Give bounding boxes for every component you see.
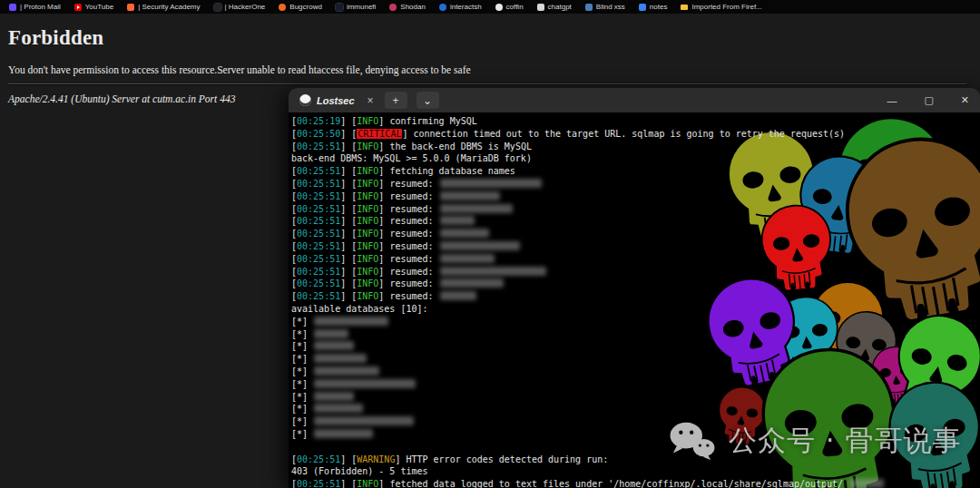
- wechat-icon: [668, 421, 717, 461]
- log-level-badge: INFO: [357, 116, 378, 126]
- redacted-blur: [440, 191, 500, 200]
- redacted-blur: [314, 341, 354, 350]
- bookmark-label: chatgpt: [548, 3, 572, 11]
- terminal-log-line: [*]: [291, 353, 884, 366]
- bookmarks-bar: | Proton MailYouTube| Security Academy| …: [0, 0, 980, 14]
- immunefi-icon: [336, 4, 343, 11]
- log-level-badge: INFO: [357, 166, 378, 176]
- redacted-blur: [440, 216, 475, 225]
- minimize-button[interactable]: —: [887, 95, 897, 106]
- terminal-log-line: available databases [10]:: [291, 303, 884, 316]
- terminal-log-line: [00:25:51] [INFO] fetched data logged to…: [291, 478, 884, 488]
- bookmark-label: immunefi: [347, 3, 376, 11]
- terminal-log-line: [00:25:51] [INFO] resumed:: [291, 215, 884, 228]
- terminal-log-line: 403 (Forbidden) - 5 times: [291, 465, 884, 478]
- terminal-log-line: [00:25:51] [INFO] resumed:: [291, 203, 884, 216]
- redacted-blur: [849, 479, 884, 488]
- log-level-badge: INFO: [357, 204, 378, 214]
- hackerone-icon: [214, 4, 221, 11]
- terminal-tab-icon: [299, 94, 311, 106]
- maximize-button[interactable]: ▢: [924, 94, 933, 106]
- bookmark-coffin[interactable]: coffin: [495, 3, 524, 11]
- bookmark-label: notes: [650, 3, 668, 11]
- log-level-badge: INFO: [357, 216, 378, 226]
- bookmark-label: YouTube: [85, 3, 113, 11]
- security-academy-icon: [127, 4, 134, 11]
- page-title: Forbidden: [8, 26, 972, 50]
- terminal-log-line: [*]: [291, 328, 884, 341]
- shodan-icon: [389, 4, 397, 11]
- bookmark-interactsh[interactable]: interactsh: [439, 3, 482, 11]
- bookmark-shodan[interactable]: Shodan: [389, 3, 426, 11]
- bookmark-hackerone[interactable]: | HackerOne: [214, 3, 266, 11]
- blind-xss-icon: [585, 4, 593, 11]
- redacted-blur: [314, 429, 373, 438]
- tab-close-icon[interactable]: ×: [368, 94, 374, 107]
- bookmark-label: Blind xss: [596, 3, 625, 11]
- terminal-log-line: back-end DBMS: MySQL >= 5.0.0 (MariaDB f…: [291, 152, 884, 165]
- log-level-badge: INFO: [357, 479, 378, 488]
- log-level-badge: INFO: [357, 191, 378, 201]
- error-message: You don't have permission to access this…: [8, 64, 972, 75]
- terminal-log-line: [*]: [291, 403, 884, 415]
- bookmark-proton-mail[interactable]: | Proton Mail: [9, 3, 61, 11]
- log-level-badge: INFO: [357, 278, 378, 288]
- divider: [8, 83, 966, 85]
- notes-icon: [639, 4, 646, 11]
- bookmark-chatgpt[interactable]: chatgpt: [537, 3, 572, 11]
- chatgpt-icon: [537, 4, 544, 11]
- log-level-badge: INFO: [357, 254, 378, 264]
- terminal-log-line: [*]: [291, 378, 884, 391]
- redacted-blur: [440, 254, 495, 263]
- bookmark-imported-from-firefox[interactable]: Imported From Firef...: [681, 3, 761, 11]
- terminal-log-line: [00:25:51] [INFO] resumed:: [291, 178, 884, 190]
- bookmark-blind-xss[interactable]: Blind xss: [585, 3, 625, 11]
- log-level-badge: INFO: [357, 142, 378, 151]
- watermark-text: 公众号 · 骨哥说事: [729, 422, 962, 460]
- proton-mail-icon: [9, 4, 16, 11]
- redacted-blur: [314, 366, 379, 376]
- redacted-blur: [314, 416, 414, 425]
- terminal-tab-title: Lostsec: [317, 95, 355, 106]
- interactsh-icon: [439, 4, 446, 11]
- redacted-blur: [440, 267, 546, 276]
- bookmark-label: Bugcrowd: [289, 3, 322, 11]
- terminal-log-line: [00:25:51] [INFO] resumed:: [291, 228, 884, 240]
- redacted-blur: [440, 229, 489, 238]
- terminal-log-line: [*]: [291, 340, 884, 353]
- terminal-log-line: [00:25:51] [INFO] resumed:: [291, 290, 884, 303]
- redacted-blur: [314, 354, 367, 363]
- screen: { "bookmarks": { "items": [ {"name":"pro…: [0, 0, 980, 488]
- bookmark-label: Shodan: [400, 3, 426, 11]
- bookmark-bugcrowd[interactable]: Bugcrowd: [279, 3, 322, 11]
- new-tab-button[interactable]: +: [385, 92, 407, 109]
- terminal-log-line: [00:25:51] [INFO] resumed:: [291, 240, 884, 253]
- log-level-badge: INFO: [357, 179, 378, 189]
- terminal-log-line: [*]: [291, 391, 884, 404]
- close-button[interactable]: ✕: [961, 94, 969, 106]
- bookmark-label: Imported From Firef...: [691, 3, 761, 11]
- folder-icon: [681, 5, 688, 10]
- redacted-blur: [440, 179, 542, 188]
- bookmark-label: coffin: [506, 3, 524, 11]
- tab-dropdown-button[interactable]: ⌄: [416, 92, 439, 109]
- terminal-log-line: [*]: [291, 366, 884, 378]
- log-level-badge: INFO: [357, 229, 378, 239]
- bookmark-label: | HackerOne: [225, 3, 266, 11]
- terminal-log-line: [*]: [291, 316, 884, 328]
- bookmark-youtube[interactable]: YouTube: [74, 3, 113, 11]
- youtube-icon: [74, 4, 82, 11]
- bookmark-label: | Security Academy: [138, 3, 200, 11]
- bugcrowd-icon: [279, 4, 286, 11]
- redacted-blur: [314, 379, 416, 388]
- bookmark-notes[interactable]: notes: [639, 3, 668, 11]
- terminal-log-line: [00:25:51] [INFO] resumed:: [291, 266, 884, 278]
- terminal-log-line: [00:25:50] [CRITICAL] connection timed o…: [291, 128, 884, 141]
- terminal-tab[interactable]: Lostsec ×: [298, 94, 376, 107]
- bookmark-security-academy[interactable]: | Security Academy: [127, 3, 200, 11]
- redacted-blur: [314, 317, 388, 326]
- terminal-log-line: [00:25:51] [INFO] resumed:: [291, 253, 884, 266]
- terminal-log-line: [00:25:51] [INFO] resumed:: [291, 190, 884, 203]
- bookmark-immunefi[interactable]: immunefi: [336, 3, 376, 11]
- redacted-blur: [440, 241, 520, 250]
